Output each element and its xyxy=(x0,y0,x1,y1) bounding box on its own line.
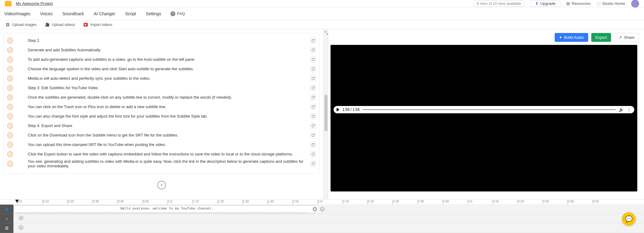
voice-chip[interactable] xyxy=(7,113,13,119)
script-text[interactable]: Once the subtitles are generated, double… xyxy=(28,95,310,100)
voice-chip[interactable] xyxy=(7,94,13,100)
script-text[interactable]: You see, generating and adding subtitles… xyxy=(28,159,310,168)
voice-chip[interactable] xyxy=(7,56,13,63)
refresh-icon xyxy=(311,143,315,147)
tab-voices[interactable]: Voices xyxy=(39,8,53,19)
add-image-clip-button[interactable]: + xyxy=(19,225,23,230)
upgrade-button[interactable]: ⬆ Upgrade xyxy=(531,0,560,7)
script-line[interactable]: Click the Export button to save the vide… xyxy=(7,149,316,159)
left-scrollbar[interactable]: ▲ xyxy=(323,29,328,199)
regenerate-button[interactable] xyxy=(310,132,316,138)
script-line[interactable]: To add auto-generated captions and subti… xyxy=(7,55,316,64)
script-line[interactable]: You see, generating and adding subtitles… xyxy=(7,159,316,168)
regenerate-button[interactable] xyxy=(310,56,316,63)
resources-link[interactable]: ▤ Resources xyxy=(566,1,591,6)
progress-bar[interactable] xyxy=(363,109,616,110)
tab-video-images[interactable]: Video/Images xyxy=(4,8,31,19)
script-line[interactable]: You can also change the font style and a… xyxy=(7,111,316,121)
clip-end-handle[interactable] xyxy=(313,207,317,211)
script-line[interactable]: Click on the Download icon from the Subt… xyxy=(7,130,316,140)
track-row-voice[interactable]: Hello everyone, welcome to my YouTube ch… xyxy=(13,205,644,214)
voice-chip[interactable] xyxy=(7,161,13,167)
regenerate-button[interactable] xyxy=(310,123,316,129)
voice-chip[interactable] xyxy=(7,38,13,44)
voice-chip[interactable] xyxy=(7,85,13,91)
script-line[interactable]: Step 3: Edit Subtitles for YouTube Video xyxy=(7,83,316,93)
script-text[interactable]: Choose the language spoken in the video … xyxy=(28,67,310,71)
share-label: Share xyxy=(624,35,635,40)
track-row-music[interactable]: + xyxy=(13,214,644,224)
collapse-panel-button[interactable]: « xyxy=(326,32,328,36)
script-line[interactable]: Generate and add Subtitles Automatically xyxy=(7,45,316,55)
play-button[interactable] xyxy=(337,108,339,111)
video-player[interactable]: 1:55 / 1:55 🔊 ⋮ xyxy=(331,45,637,191)
regenerate-button[interactable] xyxy=(310,66,316,72)
project-title[interactable]: My Awesome Project xyxy=(16,1,53,6)
tab-settings[interactable]: Settings xyxy=(145,8,162,19)
build-audio-button[interactable]: ✦ Build Audio xyxy=(555,33,588,42)
script-line[interactable]: Step 4: Export and Share xyxy=(7,121,316,130)
script-text[interactable]: Media.io will auto-detect and perfectly … xyxy=(28,76,310,81)
track-row-image[interactable]: + xyxy=(13,224,644,233)
export-label: Export xyxy=(596,35,607,40)
regenerate-button[interactable] xyxy=(310,104,316,110)
script-text[interactable]: You can also change the font style and a… xyxy=(28,114,310,118)
script-text[interactable]: Step 3: Edit Subtitles for YouTube Video xyxy=(28,86,310,90)
add-music-clip-button[interactable]: + xyxy=(19,216,23,220)
regenerate-button[interactable] xyxy=(310,151,316,157)
script-text[interactable]: Click the Export button to save the vide… xyxy=(28,152,310,156)
volume-icon[interactable]: 🔊 xyxy=(619,107,624,112)
tab-ai-changer[interactable]: AI Changer xyxy=(93,8,116,19)
add-block-button[interactable]: + xyxy=(157,181,166,189)
voice-clip[interactable]: Hello everyone, welcome to my YouTube ch… xyxy=(13,205,315,213)
regenerate-button[interactable] xyxy=(310,47,316,53)
studio-home-link[interactable]: ⬚ Studio Home xyxy=(597,1,625,6)
regenerate-button[interactable] xyxy=(310,75,316,82)
more-options-icon[interactable]: ⋮ xyxy=(627,107,631,112)
chat-fab[interactable]: 💬 xyxy=(622,212,635,226)
user-avatar[interactable] xyxy=(631,0,639,8)
voice-chip[interactable] xyxy=(7,151,13,157)
script-line[interactable]: You can click on the Trash icon or Plus … xyxy=(7,102,316,111)
regenerate-button[interactable] xyxy=(310,161,316,167)
regenerate-button[interactable] xyxy=(310,94,316,100)
regenerate-button[interactable] xyxy=(310,113,316,119)
refresh-icon xyxy=(311,77,315,80)
script-text[interactable]: Step 2. xyxy=(28,38,310,43)
script-line[interactable]: Step 2. xyxy=(7,36,316,45)
script-line[interactable]: You can upload this time-stamped SRT fil… xyxy=(7,140,316,149)
voice-chip[interactable] xyxy=(7,132,13,138)
track-voice-icon[interactable]: 👤 xyxy=(0,205,13,214)
script-text[interactable]: Generate and add Subtitles Automatically xyxy=(28,48,310,52)
scroll-thumb[interactable] xyxy=(324,95,327,131)
tab-soundtrack[interactable]: Soundtrack xyxy=(62,8,85,19)
regenerate-button[interactable] xyxy=(310,38,316,44)
export-button[interactable]: Export xyxy=(591,33,611,42)
voice-chip[interactable] xyxy=(7,123,13,129)
voice-chip[interactable] xyxy=(7,47,13,53)
add-voice-clip-button[interactable]: + xyxy=(320,207,324,211)
script-text[interactable]: To add auto-generated captions and subti… xyxy=(28,57,310,62)
upload-videos-button[interactable]: 🎥 Upload videos xyxy=(45,23,75,27)
voice-chip[interactable] xyxy=(7,75,13,82)
script-line[interactable]: Once the subtitles are generated, double… xyxy=(7,93,316,102)
regenerate-button[interactable] xyxy=(310,142,316,148)
script-text[interactable]: Step 4: Export and Share xyxy=(28,123,310,128)
regenerate-button[interactable] xyxy=(310,85,316,91)
track-image-icon[interactable]: 🖼 xyxy=(0,224,13,233)
track-music-icon[interactable]: ♫ xyxy=(0,214,13,224)
faq-link[interactable]: ? FAQ xyxy=(170,11,185,16)
timeline-ruler[interactable]: |0:0|0:10|0:20|0:30|0:40|0:50|1:0|1:10|1… xyxy=(0,200,644,205)
script-line[interactable]: Media.io will auto-detect and perfectly … xyxy=(7,74,316,83)
import-videos-button[interactable]: ▶ Import videos xyxy=(84,23,112,27)
voice-chip[interactable] xyxy=(7,142,13,148)
script-text[interactable]: You can click on the Trash icon or Plus … xyxy=(28,104,310,109)
tab-script[interactable]: Script xyxy=(124,8,137,19)
voice-chip[interactable] xyxy=(7,104,13,110)
script-text[interactable]: You can upload this time-stamped SRT fil… xyxy=(28,142,310,147)
script-text[interactable]: Click on the Download icon from the Subt… xyxy=(28,133,310,137)
upload-images-button[interactable]: 🖼 Upload images xyxy=(5,23,37,27)
voice-chip[interactable] xyxy=(7,66,13,72)
share-button[interactable]: ↗ Share xyxy=(614,33,639,42)
script-line[interactable]: Choose the language spoken in the video … xyxy=(7,64,316,74)
